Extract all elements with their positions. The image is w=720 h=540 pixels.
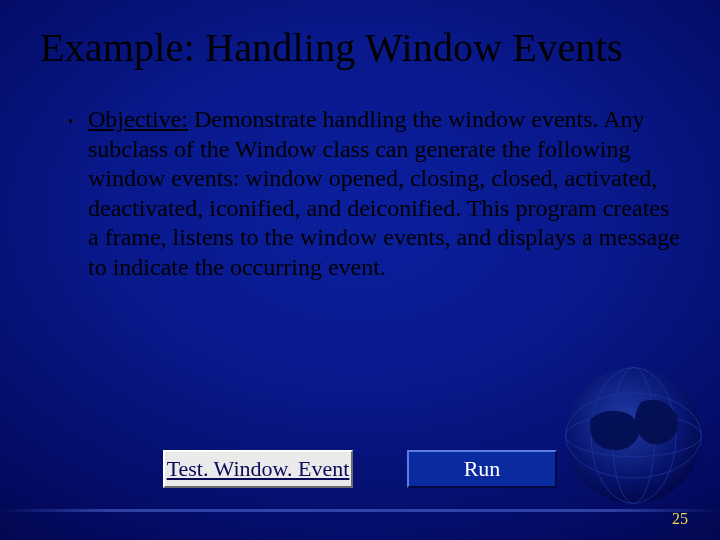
slide: Example: Handling Window Events Objectiv… bbox=[0, 0, 720, 540]
button-row: Test. Window. Event Run bbox=[0, 450, 720, 488]
bullet-item: Objective: Demonstrate handling the wind… bbox=[62, 105, 680, 282]
slide-title: Example: Handling Window Events bbox=[40, 24, 690, 71]
link-test-window-event[interactable]: Test. Window. Event bbox=[163, 450, 353, 488]
objective-label: Objective: bbox=[88, 106, 188, 132]
divider-line bbox=[0, 509, 720, 512]
objective-text: Demonstrate handling the window events. … bbox=[88, 106, 680, 280]
pointing-hand-icon bbox=[62, 113, 78, 129]
bullet-body: Objective: Demonstrate handling the wind… bbox=[88, 105, 680, 282]
run-button[interactable]: Run bbox=[407, 450, 557, 488]
page-number: 25 bbox=[672, 510, 688, 528]
